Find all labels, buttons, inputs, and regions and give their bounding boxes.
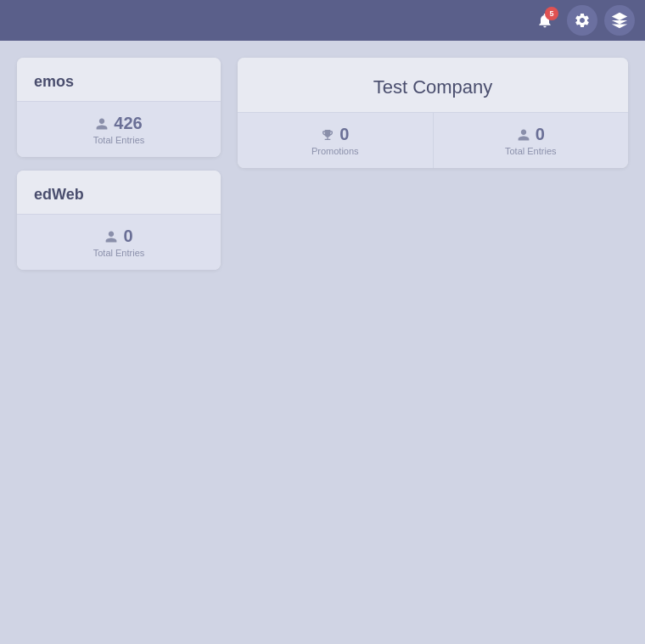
left-card-1-entries[interactable]: 426 Total Entries xyxy=(17,102,221,157)
left-card-1: emos 426 Total Entries xyxy=(17,58,221,157)
left-column: emos 426 Total Entries edWeb xyxy=(17,58,221,627)
left-card-1-header: emos xyxy=(17,58,221,101)
left-card-2-number: 0 xyxy=(123,227,132,246)
left-card-2-stats: 0 Total Entries xyxy=(17,214,221,270)
main-card-header: Test Company xyxy=(238,58,628,112)
left-card-2-value: 0 xyxy=(104,227,132,246)
settings-button[interactable] xyxy=(567,5,597,36)
main-card-stats: 0 Promotions 0 Total Entries xyxy=(238,112,628,168)
left-card-1-stats: 426 Total Entries xyxy=(17,101,221,157)
total-entries-value: 0 xyxy=(517,125,545,144)
main-content: emos 426 Total Entries edWeb xyxy=(0,41,645,644)
person-icon-main xyxy=(517,128,530,142)
promotions-value: 0 xyxy=(321,125,349,144)
left-card-2-title: edWeb xyxy=(34,186,84,203)
main-card: Test Company 0 Promotions xyxy=(238,58,628,168)
right-column: Test Company 0 Promotions xyxy=(238,58,628,627)
person-icon-2 xyxy=(104,230,118,244)
navbar: 5 xyxy=(0,0,645,41)
notification-badge: 5 xyxy=(545,7,558,20)
main-card-title: Test Company xyxy=(373,76,493,98)
notification-button[interactable]: 5 xyxy=(530,5,560,36)
left-card-1-title: emos xyxy=(34,73,74,90)
total-entries-cell[interactable]: 0 Total Entries xyxy=(434,113,629,168)
total-entries-number: 0 xyxy=(536,125,545,144)
person-icon xyxy=(95,117,109,131)
left-card-2-label: Total Entries xyxy=(93,248,145,258)
left-card-2-entries[interactable]: 0 Total Entries xyxy=(17,215,221,270)
left-card-1-label: Total Entries xyxy=(93,135,145,145)
total-entries-label: Total Entries xyxy=(505,146,557,156)
promotions-cell[interactable]: 0 Promotions xyxy=(238,113,434,168)
promotions-label: Promotions xyxy=(311,146,359,156)
left-card-1-value: 426 xyxy=(95,114,142,133)
dice-button[interactable] xyxy=(604,5,635,36)
left-card-1-number: 426 xyxy=(114,114,142,133)
left-card-2-header: edWeb xyxy=(17,171,221,214)
trophy-icon xyxy=(321,128,334,142)
promotions-number: 0 xyxy=(339,125,349,144)
left-card-2: edWeb 0 Total Entries xyxy=(17,171,221,270)
